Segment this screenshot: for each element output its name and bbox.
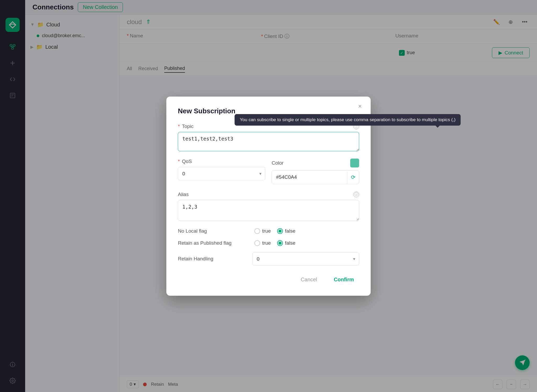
topic-input[interactable]: [178, 132, 359, 151]
topic-required-star: *: [178, 124, 180, 129]
retain-published-true-option[interactable]: true: [254, 240, 271, 246]
retain-published-true-radio: [254, 240, 260, 246]
retain-published-true-label: true: [262, 240, 271, 246]
retain-handling-select[interactable]: 0 1 2: [253, 253, 359, 265]
color-refresh-button[interactable]: ⟳: [347, 170, 359, 184]
new-subscription-modal: × New Subscription You can subscribe to …: [166, 97, 371, 296]
color-input[interactable]: #54C0A4: [272, 171, 347, 184]
color-field-label: Color: [272, 159, 359, 167]
no-local-flag-row: No Local flag true false: [178, 228, 359, 234]
topic-tooltip: You can subscribe to single or multiple …: [234, 114, 461, 126]
alias-group: Alias ⓘ: [178, 192, 359, 222]
retain-published-false-label: false: [285, 240, 295, 246]
retain-published-flag-row: Retain as Published flag true false: [178, 240, 359, 246]
retain-handling-row: Retain Handling 0 1 2 ▾: [178, 252, 359, 266]
no-local-false-option[interactable]: false: [277, 228, 295, 234]
modal-footer: Cancel Confirm: [178, 274, 359, 285]
color-input-wrapper: #54C0A4 ⟳: [272, 170, 359, 184]
qos-select-field[interactable]: 0 1 2: [178, 167, 265, 180]
qos-group: * QoS 0 1 2 ▾: [178, 159, 265, 184]
retain-handling-select-wrapper: 0 1 2 ▾: [252, 252, 359, 266]
no-local-radio-group: true false: [254, 228, 295, 234]
retain-handling-label: Retain Handling: [178, 256, 246, 262]
qos-color-row: * QoS 0 1 2 ▾ Color: [178, 159, 359, 184]
no-local-false-label: false: [285, 228, 295, 234]
qos-required-star: *: [178, 159, 180, 164]
modal-close-button[interactable]: ×: [355, 102, 364, 111]
alias-label: Alias ⓘ: [178, 192, 359, 197]
alias-input[interactable]: [178, 200, 359, 221]
no-local-true-radio: [254, 228, 260, 234]
alias-info-icon[interactable]: ⓘ: [353, 192, 359, 197]
modal-overlay[interactable]: × New Subscription You can subscribe to …: [0, 0, 537, 392]
retain-published-false-radio: [277, 240, 283, 246]
no-local-true-option[interactable]: true: [254, 228, 271, 234]
qos-select-wrapper: 0 1 2 ▾: [178, 167, 265, 180]
no-local-true-label: true: [262, 228, 271, 234]
retain-published-false-option[interactable]: false: [277, 240, 295, 246]
color-swatch-preview[interactable]: [350, 159, 359, 167]
retain-published-radio-group: true false: [254, 240, 295, 246]
color-group: Color #54C0A4 ⟳: [272, 159, 359, 184]
qos-field-label: * QoS: [178, 159, 265, 164]
topic-container: You can subscribe to single or multiple …: [178, 124, 359, 152]
confirm-button[interactable]: Confirm: [328, 274, 359, 285]
cancel-button[interactable]: Cancel: [295, 274, 322, 285]
retain-published-label: Retain as Published flag: [178, 240, 246, 246]
no-local-false-radio: [277, 228, 283, 234]
no-local-label: No Local flag: [178, 228, 246, 234]
